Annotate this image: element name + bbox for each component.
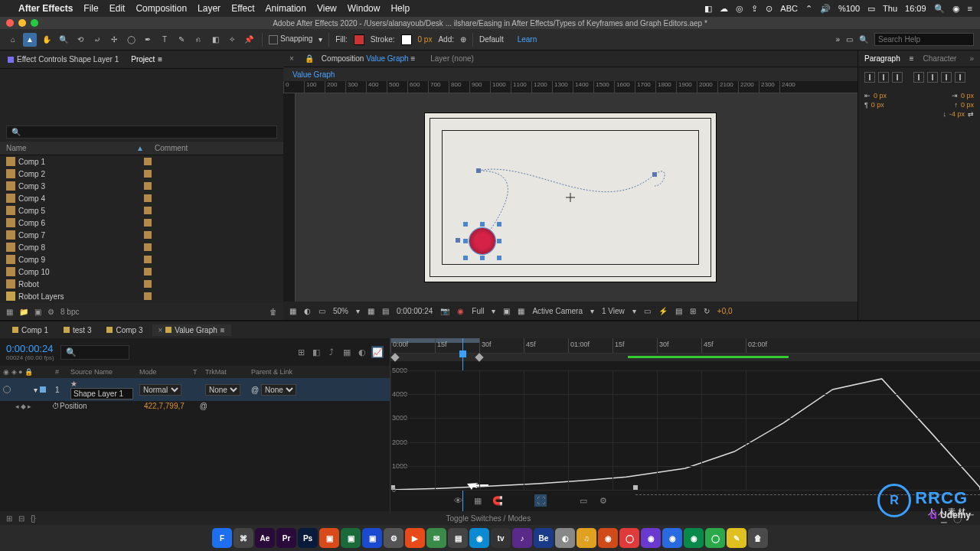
views-dropdown[interactable]: 1 View xyxy=(602,307,625,315)
label-color-swatch[interactable] xyxy=(40,386,46,393)
snapshot-icon[interactable]: 📷 xyxy=(440,307,449,315)
rotate-tool-icon[interactable]: ⤾ xyxy=(90,33,104,47)
dock-app-icon[interactable]: ▣ xyxy=(341,528,361,548)
project-item[interactable]: Comp 8 xyxy=(0,241,283,253)
property-value[interactable]: 422,7,799,7 xyxy=(144,402,185,410)
selection-tool-icon[interactable]: ▲ xyxy=(23,33,37,47)
property-name[interactable]: Position xyxy=(60,402,144,410)
dock-app-icon[interactable]: Ae xyxy=(255,528,275,548)
panel-overflow-icon[interactable]: » xyxy=(969,54,974,63)
eraser-tool-icon[interactable]: ◧ xyxy=(208,33,222,47)
views-dropdown-icon[interactable]: ▾ xyxy=(632,307,636,315)
pickwhip-icon[interactable]: @ xyxy=(251,386,259,394)
workspace-learn[interactable]: Learn xyxy=(518,35,537,44)
project-item[interactable]: Comp 7 xyxy=(0,229,283,241)
roi-icon[interactable]: ▣ xyxy=(503,307,510,315)
menu-effect[interactable]: Effect xyxy=(231,3,254,14)
dock-app-icon[interactable]: ◐ xyxy=(555,528,575,548)
overflow-icon[interactable]: » xyxy=(835,35,840,44)
layer-row[interactable]: ▾ 1 ★ Normal None @ None xyxy=(0,378,390,401)
search-help-input[interactable] xyxy=(874,33,974,46)
interpret-footage-icon[interactable]: ▦ xyxy=(6,308,13,316)
toggle-switches-icon-c[interactable]: {} xyxy=(31,514,36,523)
close-tab-icon[interactable]: × xyxy=(289,54,294,63)
selection-handle[interactable] xyxy=(480,256,485,260)
new-folder-icon[interactable]: 📁 xyxy=(19,308,28,316)
window-controls[interactable] xyxy=(6,19,38,27)
dock-app-icon[interactable]: ♫ xyxy=(577,528,596,548)
lock-icon[interactable]: 🔒 xyxy=(305,54,314,63)
channel-icon[interactable]: ◉ xyxy=(457,307,464,315)
dock-app-icon[interactable]: tv xyxy=(491,528,511,548)
transparency-grid-icon[interactable]: ▦ xyxy=(518,307,524,315)
control-center-icon[interactable]: ≡ xyxy=(968,4,972,13)
project-item-list[interactable]: Comp 1Comp 2Comp 3Comp 4Comp 5Comp 6Comp… xyxy=(0,155,283,303)
current-timecode[interactable]: 0:00:00:24 xyxy=(6,343,54,354)
camera-dropdown[interactable]: Active Camera xyxy=(532,307,583,315)
property-row[interactable]: ◂◆▸ ⏱ Position 422,7,799,7 @ xyxy=(0,401,390,411)
close-tab-icon[interactable]: × xyxy=(158,326,163,334)
menu-window[interactable]: Window xyxy=(348,3,381,14)
expression-pickwhip-icon[interactable]: @ xyxy=(200,402,207,410)
brush-tool-icon[interactable]: ✎ xyxy=(175,33,188,47)
dock-app-icon[interactable]: ▣ xyxy=(319,528,339,548)
toggle-alpha-icon[interactable]: ◐ xyxy=(304,307,311,315)
parent-select[interactable]: None xyxy=(261,384,296,396)
fit-graph-icon[interactable]: ⛶ xyxy=(534,494,547,507)
project-item[interactable]: Comp 3 xyxy=(0,180,283,192)
timeline-tab[interactable]: Comp 3 xyxy=(100,324,149,336)
wifi-icon[interactable]: ⌃ xyxy=(805,4,812,14)
project-item[interactable]: Robot Layers xyxy=(0,290,283,302)
selection-handle[interactable] xyxy=(497,239,501,243)
puppet-tool-icon[interactable]: 📌 xyxy=(242,33,256,47)
zoom-level[interactable]: 50% xyxy=(333,307,348,315)
timeline-tab[interactable]: × Value Graph ≡ xyxy=(152,324,231,336)
col-trkmat[interactable]: TrkMat xyxy=(205,368,251,376)
grid-icon[interactable]: ▦ xyxy=(368,307,374,315)
dock-app-icon[interactable]: ✎ xyxy=(727,528,746,548)
res-dropdown-icon[interactable]: ▾ xyxy=(492,307,495,315)
orbit-tool-icon[interactable]: ⟲ xyxy=(74,33,87,47)
comp-tab[interactable]: Composition Value Graph ≡ xyxy=(322,54,415,63)
dock-app-icon[interactable]: ▣ xyxy=(362,528,382,548)
dock-app-icon[interactable]: ▶ xyxy=(405,528,425,548)
hand-tool-icon[interactable]: ✋ xyxy=(40,33,54,47)
graph-options-icon[interactable]: ▦ xyxy=(472,496,484,506)
pen-tool-icon[interactable]: ✒ xyxy=(141,33,155,47)
space-before-icon[interactable]: ↑ xyxy=(954,101,958,109)
dock-app-icon[interactable]: ◯ xyxy=(705,528,725,548)
motion-blur-icon[interactable]: ◐ xyxy=(356,346,368,358)
stroke-swatch[interactable] xyxy=(401,34,412,45)
dock-app-icon[interactable]: ◉ xyxy=(469,528,489,548)
volume-icon[interactable]: 🔊 xyxy=(820,4,831,14)
snapping-checkbox[interactable] xyxy=(269,35,278,44)
dock-app-icon[interactable]: ◉ xyxy=(641,528,661,548)
tab-character[interactable]: Character xyxy=(923,54,957,63)
status-lang[interactable]: ABC xyxy=(780,4,798,13)
project-item[interactable]: Comp 2 xyxy=(0,168,283,180)
speed-graph[interactable]: 010002000300040005000 xyxy=(390,370,980,490)
separate-dimensions-icon[interactable]: ▭ xyxy=(577,496,590,506)
direction-icon[interactable]: ⇄ xyxy=(968,110,974,118)
macos-dock[interactable]: F ⌘ Ae Pr Ps ▣ ▣ ▣ ⚙ ▶ ✉ ▤ ◉ tv ♪ Be ◐ ♫… xyxy=(0,525,980,551)
frame-blend-icon[interactable]: ▦ xyxy=(341,346,353,358)
keyframe-marker[interactable] xyxy=(475,353,483,361)
menu-edit[interactable]: Edit xyxy=(109,3,126,14)
magnification-icon[interactable]: ▦ xyxy=(289,307,296,315)
tab-paragraph[interactable]: Paragraph xyxy=(864,54,900,63)
add-keyframe-icon[interactable]: ◆ xyxy=(21,403,26,410)
project-item[interactable]: Robot xyxy=(0,278,283,290)
menu-composition[interactable]: Composition xyxy=(136,3,187,14)
project-item[interactable]: Comp 10 xyxy=(0,266,283,278)
dock-app-icon[interactable]: ◯ xyxy=(619,528,639,548)
indent-right-icon[interactable]: ⇥ xyxy=(952,92,958,99)
col-name[interactable]: Name xyxy=(6,144,136,152)
eye-icon[interactable]: 👁 xyxy=(452,496,464,505)
justify-last-left-icon[interactable] xyxy=(913,72,924,83)
roto-tool-icon[interactable]: ✧ xyxy=(225,33,239,47)
trkmat-select[interactable]: None xyxy=(205,384,240,396)
toggle-switches-icon-b[interactable]: ⊟ xyxy=(18,514,24,523)
menu-animation[interactable]: Animation xyxy=(266,3,306,14)
pixel-aspect-icon[interactable]: ▭ xyxy=(644,307,651,315)
zoom-dropdown-icon[interactable]: ▾ xyxy=(356,307,360,315)
